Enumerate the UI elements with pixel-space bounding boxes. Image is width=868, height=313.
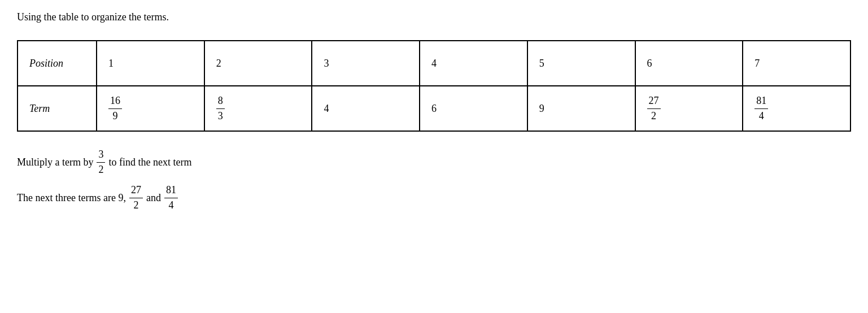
next-term-2-fraction: 81 4: [164, 184, 178, 211]
multiply-rule-text: Multiply a term by 3 2 to find the next …: [17, 149, 851, 176]
position-6: 6: [635, 41, 743, 86]
sequence-table-container: Position 1 2 3 4 5 6 7 Term 16 9 8 3: [17, 40, 851, 132]
next-terms-text: The next three terms are 9, 27 2 and 81 …: [17, 184, 851, 211]
term-5: 9: [527, 86, 635, 131]
position-2: 2: [204, 41, 312, 86]
term-header: Term: [18, 86, 97, 131]
intro-text: Using the table to organize the terms.: [17, 11, 851, 23]
term-2: 8 3: [204, 86, 312, 131]
position-1: 1: [97, 41, 204, 86]
position-3: 3: [312, 41, 420, 86]
term-6: 27 2: [635, 86, 743, 131]
next-term-1-fraction: 27 2: [129, 184, 143, 211]
multiply-fraction: 3 2: [97, 149, 105, 176]
position-header: Position: [18, 41, 97, 86]
position-row: Position 1 2 3 4 5 6 7: [18, 41, 850, 86]
term-row: Term 16 9 8 3 4 6 9 27 2: [18, 86, 850, 131]
position-7: 7: [743, 41, 850, 86]
position-5: 5: [527, 41, 635, 86]
next-terms-conjunction: and: [146, 192, 161, 204]
term-1: 16 9: [97, 86, 204, 131]
multiply-suffix: to find the next term: [108, 156, 191, 168]
term-4: 6: [420, 86, 527, 131]
term-7: 81 4: [743, 86, 850, 131]
position-4: 4: [420, 41, 527, 86]
next-terms-prefix: The next three terms are 9,: [17, 192, 126, 204]
multiply-prefix: Multiply a term by: [17, 156, 93, 168]
term-3: 4: [312, 86, 420, 131]
sequence-table: Position 1 2 3 4 5 6 7 Term 16 9 8 3: [17, 40, 851, 132]
